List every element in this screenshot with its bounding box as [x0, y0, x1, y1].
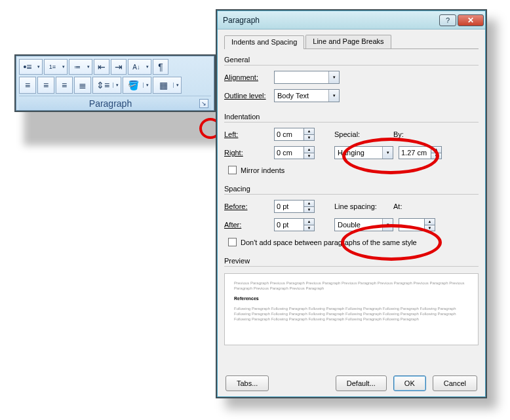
multilevel-list-button[interactable]: ≔▾: [69, 59, 92, 75]
borders-button[interactable]: ▦▾: [153, 77, 182, 94]
section-spacing-title: Spacing: [224, 185, 479, 193]
justify-button[interactable]: ≣: [74, 77, 91, 94]
sort-button[interactable]: A↓▾: [128, 59, 151, 75]
indent-by-spinner[interactable]: 1.27 cm ▲▼: [399, 146, 442, 159]
align-right-button[interactable]: ≡: [56, 77, 73, 94]
label-spacing-after: After:: [224, 221, 274, 229]
tab-line-page-breaks[interactable]: Line and Page Breaks: [305, 35, 391, 48]
label-no-add-space: Don't add space between paragraphs of th…: [241, 239, 417, 246]
spacing-before-spinner[interactable]: 0 pt ▲▼: [274, 200, 315, 213]
tabs-button[interactable]: Tabs...: [226, 375, 269, 391]
special-combo[interactable]: Hanging▾: [334, 146, 393, 159]
label-line-spacing: Line spacing:: [334, 202, 393, 210]
bullets-button[interactable]: •≡▾: [19, 59, 43, 75]
alignment-combo[interactable]: ▾: [274, 71, 340, 84]
label-alignment: Alignment:: [224, 73, 274, 81]
show-marks-button[interactable]: ¶: [153, 59, 168, 75]
indent-left-spinner[interactable]: 0 cm ▲▼: [274, 128, 315, 141]
increase-indent-button[interactable]: ⇥: [111, 59, 127, 75]
decrease-indent-button[interactable]: ⇤: [94, 59, 109, 75]
align-center-button[interactable]: ≡: [37, 77, 54, 94]
section-indentation-title: Indentation: [224, 113, 479, 121]
indent-right-spinner[interactable]: 0 cm ▲▼: [274, 146, 315, 159]
dialog-title: Paragraph: [223, 16, 438, 25]
preview-box: Previous Paragraph Previous Paragraph Pr…: [224, 273, 479, 345]
close-button[interactable]: ✕: [458, 14, 484, 26]
shading-button[interactable]: 🪣▾: [123, 77, 151, 94]
no-add-space-checkbox[interactable]: [228, 238, 237, 246]
spacing-after-spinner[interactable]: 0 pt ▲▼: [274, 218, 315, 231]
numbering-button[interactable]: 1≡▾: [44, 59, 68, 75]
spacing-at-spinner[interactable]: ▲▼: [399, 218, 435, 231]
tab-indents-spacing[interactable]: Indents and Spacing: [224, 35, 304, 49]
mirror-indents-checkbox[interactable]: [228, 166, 237, 174]
ok-button[interactable]: OK: [393, 375, 426, 391]
label-spacing-before: Before:: [224, 202, 274, 210]
ribbon-group-title: Paragraph: [22, 98, 199, 109]
align-left-button[interactable]: ≡: [19, 77, 36, 94]
label-outline: Outline level:: [224, 92, 274, 100]
help-button[interactable]: ?: [439, 14, 456, 26]
dialog-launcher-icon[interactable]: ↘: [199, 99, 208, 108]
line-spacing-combo[interactable]: Double▾: [334, 218, 393, 231]
tabs: Indents and Spacing Line and Page Breaks: [224, 35, 479, 49]
label-indent-right: Right:: [224, 149, 274, 157]
label-spacing-at: At:: [393, 202, 420, 210]
label-indent-left: Left:: [224, 130, 274, 138]
label-indent-special: Special:: [334, 130, 393, 138]
titlebar[interactable]: Paragraph ? ✕: [218, 11, 485, 29]
label-indent-by: By:: [393, 130, 420, 138]
line-spacing-button[interactable]: ⇕≡▾: [92, 77, 121, 94]
button-row: Tabs... Default... OK Cancel: [224, 372, 479, 392]
cancel-button[interactable]: Cancel: [433, 375, 477, 391]
outline-combo[interactable]: Body Text▾: [274, 89, 340, 102]
label-mirror-indents: Mirror indents: [241, 166, 284, 174]
paragraph-dialog: Paragraph ? ✕ Indents and Spacing Line a…: [216, 9, 487, 398]
default-button[interactable]: Default...: [336, 375, 387, 391]
section-preview-title: Preview: [224, 257, 479, 265]
section-general-title: General: [224, 56, 479, 64]
paragraph-ribbon-group: •≡▾ 1≡▾ ≔▾ ⇤ ⇥ A↓▾ ¶ ≡ ≡ ≡ ≣ ⇕≡▾ 🪣▾ ▦▾ P…: [14, 54, 216, 112]
